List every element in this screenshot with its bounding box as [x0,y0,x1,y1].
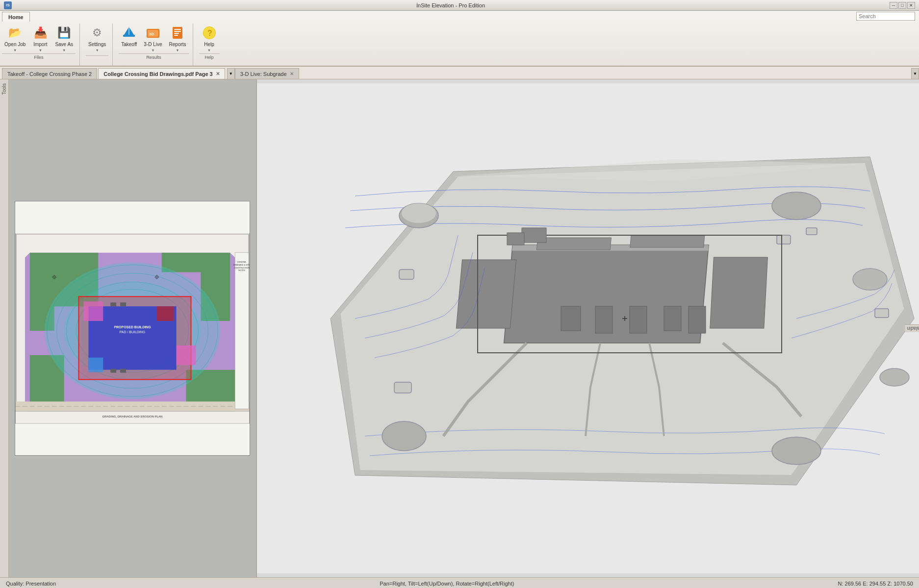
saveas-icon: 💾 [56,25,72,41]
svg-rect-67 [561,306,581,331]
import-label: Import [33,42,47,48]
svg-rect-80 [394,382,411,393]
reports-arrow: ▼ [176,49,179,52]
import-button[interactable]: 📥 Import ▼ [30,24,51,53]
svg-rect-87 [522,228,546,243]
svg-point-78 [772,437,821,465]
status-coordinates: N: 269.56 E: 294.55 Z: 1070.50 [838,581,913,587]
help-group-label: Help [199,53,220,61]
svg-rect-10 [174,35,178,36]
svg-text:CONSTRUCTION: CONSTRUCTION [234,267,250,269]
ribbon-content: 📂 Open Job ▼ 📥 Import ▼ 💾 Save As ▼ File… [0,22,919,66]
ribbon: Home 📂 Open Job ▼ 📥 Import ▼ 💾 [0,11,919,67]
maximize-button[interactable]: □ [898,2,906,9]
window-controls: ─ □ ✕ [890,2,915,9]
tab-3dlive-dropdown[interactable]: ▼ [911,68,919,79]
open-job-label: Open Job [4,42,26,48]
takeoff-button[interactable]: Takeoff [119,24,139,49]
svg-text:?: ? [207,29,212,37]
settings-group-buttons: ⚙ Settings ▼ [86,24,108,55]
3dlive-button[interactable]: 3D 3-D Live ▼ [141,24,164,53]
app-icon: IS [4,1,12,9]
plan-svg: PROPOSED BUILDING PAD / BUILDING GENERAL… [15,201,250,455]
3dlive-icon: 3D [145,25,161,41]
results-group-label: Results [119,53,188,61]
paladin-label: Paladin [905,324,919,332]
settings-icon: ⚙ [89,25,105,41]
import-icon: 📥 [32,25,48,41]
search-input[interactable] [856,12,915,21]
svg-rect-65 [536,238,611,250]
svg-rect-32 [88,358,103,372]
takeoff-label: Takeoff [121,42,137,48]
settings-arrow: ▼ [96,49,99,52]
ribbon-tabs: Home [0,11,30,22]
import-arrow: ▼ [39,49,42,52]
tools-panel: Tools [0,79,9,577]
app-title: InSite Elevation - Pro Edition [12,2,890,8]
minimize-button[interactable]: ─ [890,2,897,9]
svg-rect-83 [806,228,817,235]
svg-point-73 [402,203,436,223]
titlebar: IS InSite Elevation - Pro Edition ─ □ ✕ [0,0,919,11]
svg-rect-30 [83,301,103,321]
tab-takeoff[interactable]: Takeoff - College Crossing Phase 2 [2,68,97,79]
saveas-arrow: ▼ [62,49,66,52]
svg-rect-54 [120,302,126,306]
reports-button[interactable]: Reports ▼ [167,24,189,53]
tab-bid-drawings[interactable]: College Crossing Bid Drawings.pdf Page 3… [98,68,225,79]
3dlive-arrow: ▼ [151,49,154,52]
tab-bid-drawings-label: College Crossing Bid Drawings.pdf Page 3 [103,71,212,77]
svg-rect-56 [120,369,126,373]
help-group-buttons: ? Help ▼ [199,24,220,53]
svg-rect-79 [399,270,414,279]
3dlive-label: 3-D Live [144,42,162,48]
files-group-buttons: 📂 Open Job ▼ 📥 Import ▼ 💾 Save As ▼ [2,24,76,53]
left-panel: PROPOSED BUILDING PAD / BUILDING GENERAL… [9,79,257,577]
svg-point-77 [880,368,909,386]
open-job-button[interactable]: 📂 Open Job ▼ [2,24,28,53]
main-content: Tools [0,79,919,577]
svg-text:GRADING, DRAINAGE AND EROSION : GRADING, DRAINAGE AND EROSION PLAN [102,415,163,418]
svg-rect-31 [177,345,196,365]
settings-group-label [86,55,108,58]
saveas-button[interactable]: 💾 Save As ▼ [52,24,76,53]
results-group-buttons: Takeoff 3D 3-D Live ▼ Reports ▼ [119,24,188,53]
tab-3dlive[interactable]: 3-D Live: Subgrade ✕ [235,68,299,79]
tab-dropdown-arrow[interactable]: ▼ [227,68,235,79]
search-bar [852,12,919,21]
settings-label: Settings [88,42,106,48]
svg-rect-66 [630,235,705,247]
svg-text:PROPOSED BUILDING: PROPOSED BUILDING [114,325,151,329]
svg-rect-55 [110,369,116,373]
tab-3dlive-close[interactable]: ✕ [290,71,294,76]
tab-home[interactable]: Home [2,12,30,22]
svg-text:GENERAL: GENERAL [237,261,247,263]
svg-text:3D: 3D [149,32,154,36]
reports-icon [170,25,185,41]
help-button[interactable]: ? Help ▼ [199,24,220,53]
svg-rect-9 [174,33,179,34]
svg-point-75 [772,192,821,220]
svg-rect-7 [174,29,181,30]
svg-rect-81 [875,309,889,318]
open-job-arrow: ▼ [13,49,17,52]
open-job-icon: 📂 [7,25,23,41]
settings-button[interactable]: ⚙ Settings ▼ [86,24,108,53]
tab-bid-drawings-close[interactable]: ✕ [216,71,220,76]
svg-rect-69 [630,306,647,333]
status-controls: Pan=Right, Tilt=Left(Up/Down), Rotate=Ri… [380,581,514,587]
status-bar: Quality: Presentation Pan=Right, Tilt=Le… [0,577,919,588]
svg-rect-0 [123,35,135,37]
svg-point-74 [382,421,426,451]
svg-rect-70 [664,306,681,331]
terrain-3d-view [257,79,919,577]
right-panel[interactable]: Paladin [257,79,919,577]
reports-label: Reports [169,42,186,48]
takeoff-icon [121,25,137,41]
files-group-label: Files [2,53,76,61]
svg-rect-71 [689,306,706,333]
close-button[interactable]: ✕ [907,2,915,9]
status-quality: Quality: Presentation [6,581,56,587]
tools-label: Tools [1,83,7,95]
